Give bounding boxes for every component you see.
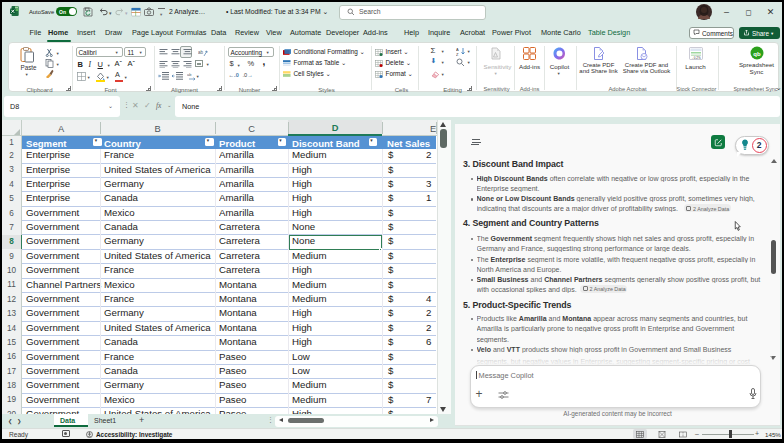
svg-text:- 0.2%: - 0.2% xyxy=(692,56,701,60)
svg-text:ab: ab xyxy=(198,50,204,55)
svg-text:ab: ab xyxy=(187,72,192,77)
svg-text:qb: qb xyxy=(753,51,761,57)
svg-text:Z: Z xyxy=(456,52,459,57)
